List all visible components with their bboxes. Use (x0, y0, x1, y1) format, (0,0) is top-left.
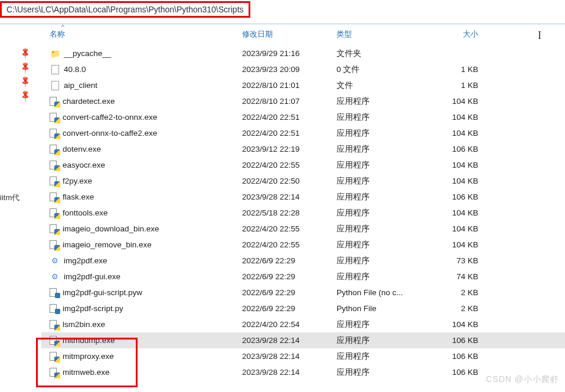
file-row[interactable]: 📁__pycache__2023/9/29 21:16文件夹 (41, 45, 565, 61)
file-size: 2 KB (431, 304, 490, 313)
blank-file-icon (50, 80, 60, 91)
python-file-icon (50, 288, 59, 298)
python-file-icon (50, 304, 59, 313)
sidebar-label: iitm代 (0, 192, 19, 203)
file-date: 2023/9/28 22:14 (242, 368, 337, 377)
file-date: 2022/8/10 21:07 (242, 97, 337, 106)
file-row[interactable]: mitmdump.exe2023/9/28 22:14应用程序106 KB (41, 332, 565, 348)
pin-icon: 📌 (18, 84, 36, 103)
file-name: imageio_download_bin.exe (63, 224, 159, 233)
file-row[interactable]: lsm2bin.exe2022/4/20 22:54应用程序104 KB (41, 316, 565, 332)
file-row[interactable]: aip_client2022/8/10 21:01文件1 KB (41, 77, 565, 93)
file-row[interactable]: 40.8.02023/9/23 20:090 文件1 KB (41, 61, 565, 77)
file-date: 2023/9/12 22:19 (242, 145, 337, 153)
file-size: 104 KB (431, 129, 490, 138)
file-type: 应用程序 (337, 272, 431, 282)
file-name: f2py.exe (63, 177, 92, 185)
file-row[interactable]: mitmproxy.exe2023/9/28 22:14应用程序106 KB (41, 348, 565, 364)
file-date: 2022/4/20 22:51 (242, 113, 337, 122)
file-row[interactable]: f2py.exe2022/4/20 22:50应用程序104 KB (41, 173, 565, 189)
file-type: 应用程序 (337, 176, 431, 187)
file-type: 应用程序 (337, 319, 431, 330)
file-row[interactable]: convert-onnx-to-caffe2.exe2022/4/20 22:5… (41, 125, 565, 141)
file-row[interactable]: chardetect.exe2022/8/10 21:07应用程序104 KB (41, 93, 565, 109)
file-row[interactable]: dotenv.exe2023/9/12 22:19应用程序106 KB (41, 141, 565, 157)
file-date: 2022/8/10 21:01 (242, 81, 337, 90)
exe-python-icon (50, 320, 59, 329)
file-type: 应用程序 (337, 160, 431, 171)
file-name: img2pdf-script.py (63, 304, 123, 313)
file-name: mitmproxy.exe (63, 352, 114, 361)
file-size: 106 KB (431, 368, 490, 377)
address-bar[interactable]: C:\Users\LC\AppData\Local\Programs\Pytho… (0, 1, 250, 18)
file-name: img2pdf.exe (64, 256, 107, 265)
file-name: convert-caffe2-to-onnx.exe (63, 113, 157, 122)
exe-python-icon (50, 113, 59, 122)
file-name: img2pdf-gui-script.pyw (63, 288, 142, 297)
file-type: 文件夹 (337, 48, 431, 59)
file-list: ^ 名称 修改日期 类型 大小 📁__pycache__2023/9/29 21… (35, 24, 565, 380)
column-header-type[interactable]: 类型 (337, 29, 431, 40)
exe-python-icon (50, 161, 59, 170)
quick-access-gutter: 📌 📌 📌 📌 iitm代 (0, 24, 35, 380)
column-header-date[interactable]: 修改日期 (242, 29, 337, 40)
file-name: 40.8.0 (64, 65, 86, 74)
file-size: 104 KB (431, 161, 490, 169)
file-size: 104 KB (431, 320, 490, 329)
folder-icon: 📁 (50, 48, 60, 59)
file-date: 2022/6/9 22:29 (242, 256, 337, 265)
file-type: 应用程序 (337, 192, 431, 202)
file-type: 应用程序 (337, 335, 431, 346)
file-name: chardetect.exe (63, 97, 115, 106)
file-row[interactable]: ⚙img2pdf.exe2022/6/9 22:29应用程序73 KB (41, 253, 565, 269)
file-row[interactable]: ⚙img2pdf-gui.exe2022/6/9 22:29应用程序74 KB (41, 269, 565, 285)
file-row[interactable]: imageio_download_bin.exe2022/4/20 22:55应… (41, 221, 565, 237)
file-size: 106 KB (431, 145, 490, 153)
column-header-name[interactable]: ^ 名称 (41, 29, 242, 40)
watermark-text: CSDN @小小爬虾 (486, 374, 559, 385)
file-name: lsm2bin.exe (63, 320, 105, 329)
file-size: 104 KB (431, 97, 490, 106)
file-row[interactable]: flask.exe2023/9/28 22:14应用程序106 KB (41, 189, 565, 205)
file-name: imageio_remove_bin.exe (63, 240, 152, 249)
exe-settings-icon: ⚙ (50, 256, 60, 266)
file-size: 106 KB (431, 192, 490, 201)
column-header-size[interactable]: 大小 (431, 29, 490, 40)
file-name: img2pdf-gui.exe (64, 272, 120, 281)
exe-python-icon (50, 192, 59, 202)
file-row[interactable]: fonttools.exe2022/5/18 22:28应用程序104 KB (41, 205, 565, 221)
file-type: 应用程序 (337, 256, 431, 266)
exe-python-icon (50, 352, 59, 361)
file-type: 应用程序 (337, 224, 431, 234)
file-type: 应用程序 (337, 112, 431, 123)
file-type: 应用程序 (337, 96, 431, 107)
file-type: Python File (no c... (337, 288, 431, 297)
file-date: 2022/4/20 22:55 (242, 224, 337, 233)
file-date: 2022/4/20 22:54 (242, 320, 337, 329)
file-name: aip_client (64, 81, 97, 90)
file-size: 104 KB (431, 240, 490, 249)
file-type: 文件 (337, 80, 431, 91)
file-date: 2023/9/28 22:14 (242, 192, 337, 201)
file-row[interactable]: easyocr.exe2022/4/20 22:55应用程序104 KB (41, 157, 565, 173)
exe-python-icon (50, 224, 59, 234)
file-row[interactable]: img2pdf-script.py2022/6/9 22:29Python Fi… (41, 300, 565, 316)
file-size: 74 KB (431, 272, 490, 281)
file-size: 1 KB (431, 65, 490, 74)
file-name: mitmweb.exe (63, 368, 110, 377)
exe-python-icon (50, 97, 59, 106)
file-date: 2022/6/9 22:29 (242, 304, 337, 313)
file-size: 104 KB (431, 113, 490, 122)
file-row[interactable]: img2pdf-gui-script.pyw2022/6/9 22:29Pyth… (41, 285, 565, 300)
file-name: dotenv.exe (63, 145, 101, 153)
exe-python-icon (50, 129, 59, 138)
file-date: 2022/6/9 22:29 (242, 288, 337, 297)
file-date: 2023/9/23 20:09 (242, 65, 337, 74)
file-name: mitmdump.exe (63, 336, 115, 345)
file-date: 2022/4/20 22:55 (242, 161, 337, 169)
exe-python-icon (50, 208, 59, 218)
file-row[interactable]: convert-caffe2-to-onnx.exe2022/4/20 22:5… (41, 109, 565, 125)
file-row[interactable]: imageio_remove_bin.exe2022/4/20 22:55应用程… (41, 237, 565, 253)
file-type: 应用程序 (337, 208, 431, 218)
file-name: flask.exe (63, 192, 94, 201)
